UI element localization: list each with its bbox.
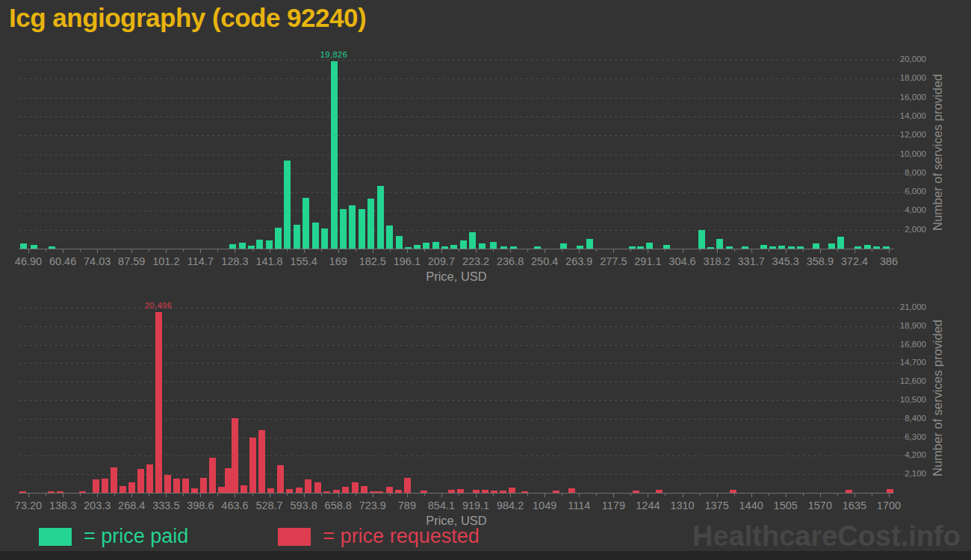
axis-tick-major xyxy=(683,494,683,497)
histogram-bar xyxy=(49,246,55,249)
axis-tick-minor xyxy=(252,494,253,496)
axis-tick-major xyxy=(63,494,63,497)
y-tick-label: 4,000 xyxy=(896,205,926,214)
axis-tick-minor xyxy=(872,494,872,496)
x-tick-label: 101.2 xyxy=(149,255,183,267)
axis-tick-minor xyxy=(424,249,425,252)
histogram-bar xyxy=(155,312,162,493)
x-tick-label: 209.7 xyxy=(424,255,459,267)
y-tick-label: 10,500 xyxy=(896,395,926,404)
axis-tick-major xyxy=(97,249,98,253)
axis-tick-major xyxy=(28,494,29,497)
y-tick-label: 8,000 xyxy=(896,168,926,177)
x-tick-label: 223.2 xyxy=(459,255,493,267)
price-paid-swatch-icon xyxy=(39,528,72,546)
histogram-bar xyxy=(20,243,27,249)
axis-tick-minor xyxy=(390,494,391,496)
histogram-bar xyxy=(760,245,767,249)
histogram-bar xyxy=(883,246,890,249)
histogram-bar xyxy=(349,205,356,249)
histogram-bar xyxy=(137,469,144,493)
histogram-bar xyxy=(742,246,748,249)
axis-tick-major xyxy=(338,494,339,497)
axis-tick-major xyxy=(407,494,408,497)
axis-tick-minor xyxy=(459,249,459,252)
histogram-bar xyxy=(560,243,567,249)
x-tick-label: 1310 xyxy=(666,500,700,511)
histogram-bar xyxy=(637,246,644,249)
axis-tick-major xyxy=(373,249,373,253)
histogram-bar xyxy=(873,246,880,249)
histogram-bar xyxy=(473,490,480,493)
histogram-bar xyxy=(633,491,639,493)
histogram-bar xyxy=(296,488,303,493)
histogram-bar xyxy=(111,467,117,493)
axis-tick-major xyxy=(820,249,821,253)
histogram-bar xyxy=(414,245,421,249)
histogram-bar xyxy=(239,243,246,249)
histogram-bar xyxy=(241,485,247,493)
y-axis-title-price-requested: Number of services provided xyxy=(931,302,950,493)
histogram-bar xyxy=(19,491,26,493)
axis-tick-major xyxy=(304,494,305,497)
histogram-bar xyxy=(312,223,319,249)
legend-price-requested-label: = price requested xyxy=(323,525,479,548)
axis-tick-major xyxy=(131,494,132,497)
gridline xyxy=(19,363,906,364)
x-tick-label: 1114 xyxy=(562,500,596,511)
histogram-bar xyxy=(294,225,300,249)
y-axis-title-price-paid: Number of services provided xyxy=(931,56,950,249)
histogram-bar xyxy=(568,488,575,493)
axis-tick-major xyxy=(613,494,614,497)
axis-tick-major xyxy=(889,494,890,497)
gridline xyxy=(19,211,906,211)
y-tick-label: 2,000 xyxy=(896,225,926,234)
axis-tick-major xyxy=(613,249,614,253)
axis-tick-major xyxy=(338,249,339,253)
histogram-bar xyxy=(432,242,439,249)
x-axis-price-paid: Price, USD 46.9060.4674.0387.59101.2114.… xyxy=(19,249,894,285)
axis-tick-minor xyxy=(46,249,46,252)
axis-tick-minor xyxy=(769,494,769,496)
axis-tick-minor xyxy=(493,249,494,252)
histogram-bar xyxy=(386,487,393,493)
y-tick-label: 21,000 xyxy=(896,302,926,311)
y-tick-label: 6,300 xyxy=(896,432,926,441)
axis-tick-minor xyxy=(493,494,494,496)
histogram-bar xyxy=(730,490,736,493)
histogram-bar xyxy=(778,246,785,249)
x-tick-label: 1375 xyxy=(700,500,734,511)
axis-tick-minor xyxy=(665,494,666,496)
x-tick-label: 128.3 xyxy=(217,255,252,267)
histogram-bar xyxy=(509,488,515,493)
axis-tick-major xyxy=(476,494,477,497)
histogram-bar xyxy=(333,490,340,493)
histogram-bar xyxy=(646,243,653,249)
histogram-bar xyxy=(102,479,108,493)
axis-tick-minor xyxy=(837,494,838,496)
histogram-bar xyxy=(846,490,852,493)
histogram-bar xyxy=(331,61,338,249)
histogram-bar xyxy=(31,245,37,249)
gridline xyxy=(19,326,906,327)
axis-tick-major xyxy=(579,249,580,253)
gridline xyxy=(19,98,906,99)
y-tick-label: 18,000 xyxy=(896,73,926,82)
axis-tick-minor xyxy=(596,249,597,252)
histogram-bar xyxy=(577,246,583,249)
histogram-bar xyxy=(200,478,207,493)
y-tick-label: 2,100 xyxy=(896,469,926,478)
axis-tick-minor xyxy=(321,494,322,496)
histogram-bar xyxy=(457,489,464,493)
axis-tick-minor xyxy=(630,494,631,496)
x-tick-label: 138.3 xyxy=(46,500,80,511)
axis-tick-major xyxy=(579,494,580,497)
x-tick-label: 919.1 xyxy=(459,500,493,511)
gridline xyxy=(19,382,906,382)
x-tick-label: 331.7 xyxy=(734,255,769,267)
histogram-bar xyxy=(460,240,467,249)
axis-tick-major xyxy=(304,249,305,253)
axis-tick-minor xyxy=(424,494,425,496)
x-tick-label: 304.6 xyxy=(666,255,700,267)
x-tick-label: 358.9 xyxy=(803,255,837,267)
